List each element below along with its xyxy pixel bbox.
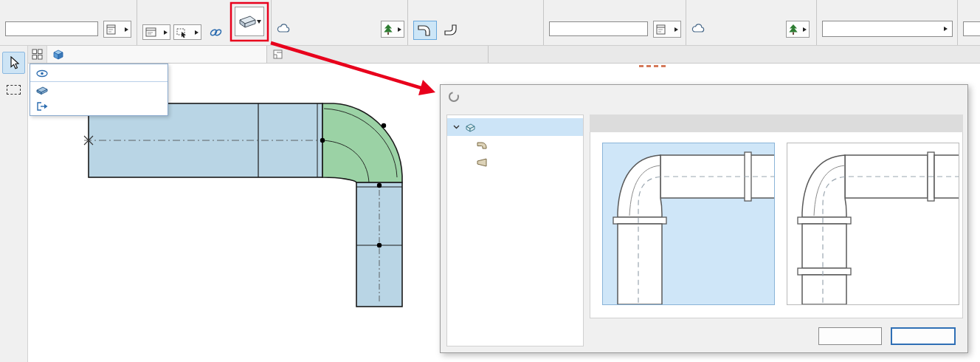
context-menu	[30, 64, 168, 116]
section-classification-elbow	[272, 0, 408, 45]
section-id-properties-elbow	[0, 0, 137, 45]
clipped-input[interactable]	[963, 21, 980, 36]
transition-icon	[477, 158, 487, 167]
document-icon	[106, 24, 117, 35]
menu-item-sair[interactable]	[30, 98, 168, 115]
dialog-title-bar	[441, 85, 967, 109]
node-circle-icon	[448, 91, 460, 103]
elbow-id-input[interactable]	[5, 21, 98, 36]
section-transition-order	[408, 0, 544, 45]
elbow-preview-2	[787, 143, 959, 304]
transition-classification-picker-button[interactable]	[786, 21, 810, 38]
duct-3d-icon	[36, 86, 48, 95]
favorites-button[interactable]	[173, 24, 201, 40]
chevron-down-icon	[453, 125, 460, 129]
duct-elbow-icon	[418, 24, 432, 36]
menu-item-duct-routing-settings[interactable]	[30, 82, 168, 98]
transition-id-input[interactable]	[549, 21, 648, 36]
duct-node-settings-dialog	[440, 84, 968, 353]
cube-3d-icon	[53, 49, 63, 60]
elbow-component-dropdown[interactable]	[822, 21, 953, 37]
settings-window-icon	[145, 27, 156, 37]
arrow-select-tool-button[interactable]	[2, 52, 25, 74]
tab-bar	[28, 46, 980, 64]
duct-element-type-button[interactable]	[235, 7, 264, 36]
transition-settings-button[interactable]	[653, 21, 681, 38]
elbow-icon	[477, 140, 487, 149]
section-classification-transition	[686, 0, 817, 45]
chevron-down-icon	[257, 20, 261, 24]
marquee-tool-button[interactable]	[2, 78, 25, 100]
section-component-clipped	[958, 0, 980, 45]
duct-drawing[interactable]	[74, 89, 428, 318]
floor-plan-icon	[273, 49, 283, 59]
chevron-right-icon	[803, 27, 807, 32]
panel-header	[590, 115, 963, 132]
transition-order-option-2[interactable]	[787, 143, 959, 305]
chevron-right-icon	[195, 30, 199, 35]
elbow-preview-1	[603, 143, 775, 304]
ok-button[interactable]	[891, 327, 956, 345]
cloud-icon	[691, 23, 705, 34]
transition-order-panel	[590, 132, 963, 318]
chevron-right-icon	[398, 27, 401, 32]
cloud-icon	[277, 23, 291, 34]
document-icon	[656, 24, 667, 35]
exit-icon	[36, 102, 48, 111]
cancel-button[interactable]	[818, 327, 882, 345]
tree-icon	[789, 24, 798, 35]
tool-column	[0, 46, 28, 362]
tree-item-elbow[interactable]	[447, 136, 583, 154]
app-window	[0, 0, 980, 362]
info-box-toolbar	[0, 0, 980, 46]
grid-icon	[32, 49, 43, 60]
chain-icon	[209, 27, 223, 38]
story-level-marker	[639, 65, 667, 67]
chevron-right-icon	[944, 27, 948, 31]
menu-item-ambiente[interactable]	[30, 65, 168, 81]
duct-node-icon	[465, 123, 476, 132]
duct-elbow-flipped-icon	[444, 24, 459, 36]
navigator-grid-button[interactable]	[28, 46, 47, 63]
marquee-icon	[7, 85, 21, 95]
chevron-right-icon	[125, 27, 128, 32]
transition-order-before-bend-button[interactable]	[413, 21, 437, 40]
transition-order-after-bend-button[interactable]	[440, 21, 463, 40]
tree-icon	[384, 24, 393, 35]
duct-3d-icon	[238, 14, 257, 29]
eye-icon	[36, 69, 48, 78]
tree-item-transition[interactable]	[447, 154, 583, 171]
elbow-settings-button[interactable]	[103, 21, 131, 38]
elbow-classification-picker-button[interactable]	[381, 21, 404, 38]
section-elbow-component	[817, 0, 958, 45]
tree-item-node[interactable]	[447, 118, 583, 136]
section-id-properties-transition	[544, 0, 686, 45]
transition-order-option-1[interactable]	[602, 143, 775, 305]
chevron-right-icon	[164, 30, 168, 35]
settings-dialog-button[interactable]	[142, 24, 170, 40]
tab-floor-plan[interactable]	[267, 46, 489, 63]
section-principal	[137, 0, 272, 45]
chain-toggle-button[interactable]	[207, 25, 224, 39]
node-tree-panel	[446, 115, 584, 346]
chevron-right-icon	[674, 27, 678, 32]
tab-3d-perspective[interactable]	[47, 46, 267, 63]
cursor-arrow-icon	[8, 56, 20, 69]
selection-box-icon	[176, 27, 187, 38]
